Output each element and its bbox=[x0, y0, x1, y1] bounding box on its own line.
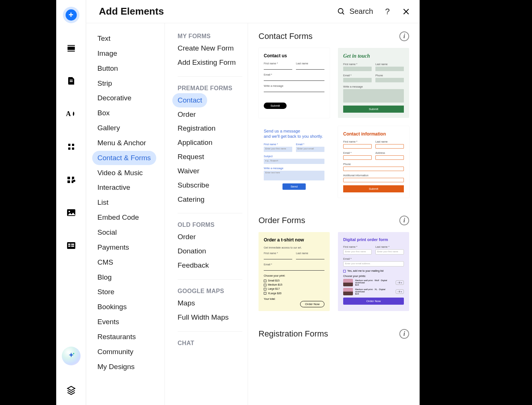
section-header-order: Order Forms i bbox=[259, 216, 409, 225]
section-title: Registration Forms bbox=[259, 329, 328, 339]
category-item[interactable]: Strip bbox=[92, 76, 117, 91]
subcategory-item[interactable]: Add Existing Form bbox=[172, 55, 241, 70]
category-item[interactable]: Community bbox=[92, 345, 139, 359]
svg-rect-18 bbox=[71, 244, 74, 245]
apps-icon[interactable] bbox=[63, 138, 79, 155]
section-title: Order Forms bbox=[259, 216, 305, 225]
svg-rect-6 bbox=[68, 144, 70, 146]
category-item[interactable]: Interactive bbox=[92, 180, 136, 195]
panel-body: TextImageButtonStripDecorativeBoxGallery… bbox=[86, 23, 420, 405]
category-item[interactable]: Bookings bbox=[92, 300, 132, 314]
page-icon[interactable] bbox=[63, 73, 79, 89]
category-item[interactable]: Social bbox=[92, 225, 122, 240]
svg-rect-11 bbox=[67, 180, 70, 183]
svg-point-22 bbox=[338, 8, 343, 13]
svg-text:A: A bbox=[66, 110, 71, 118]
category-item[interactable]: Contact & Forms bbox=[92, 151, 156, 165]
divider bbox=[178, 331, 242, 332]
category-item[interactable]: Box bbox=[92, 106, 115, 120]
subcategory-item[interactable]: Full Width Maps bbox=[172, 310, 234, 325]
category-item[interactable]: Menu & Anchor bbox=[92, 136, 151, 150]
category-list: TextImageButtonStripDecorativeBoxGallery… bbox=[86, 23, 165, 405]
svg-point-15 bbox=[69, 211, 70, 212]
category-item[interactable]: Decorative bbox=[92, 91, 137, 105]
category-item[interactable]: Blog bbox=[92, 270, 117, 284]
subcategory-item[interactable]: Waiver bbox=[172, 164, 205, 178]
form-preview-tshirt-order[interactable]: Order a t-shirt now Get immediate access… bbox=[259, 232, 330, 311]
media-icon[interactable] bbox=[63, 204, 79, 221]
divider bbox=[178, 279, 242, 280]
subcategory-item[interactable]: Application bbox=[172, 135, 218, 150]
panel-main: Add Elements Search ? TextImageButtonStr… bbox=[86, 0, 420, 405]
subcategory-item[interactable]: Contact bbox=[172, 93, 207, 107]
section-header-contact: Contact Forms i bbox=[259, 31, 409, 41]
category-item[interactable]: Events bbox=[92, 315, 124, 329]
ai-assistant-button[interactable] bbox=[62, 347, 81, 365]
subcategory-item[interactable]: Subscribe bbox=[172, 178, 215, 192]
subcategory-list: MY FORMSCreate New FormAdd Existing Form… bbox=[165, 23, 248, 405]
search-label: Search bbox=[350, 7, 373, 16]
plugins-icon[interactable] bbox=[63, 171, 79, 188]
info-icon[interactable]: i bbox=[399, 216, 409, 225]
category-item[interactable]: Store bbox=[92, 285, 120, 299]
order-forms-grid: Order a t-shirt now Get immediate access… bbox=[259, 232, 409, 311]
svg-rect-1 bbox=[67, 45, 75, 46]
section-title: Contact Forms bbox=[259, 31, 312, 41]
subcategory-item[interactable]: Donation bbox=[172, 244, 211, 258]
svg-rect-8 bbox=[68, 147, 70, 150]
section-header-registration: Registration Forms i bbox=[259, 329, 409, 339]
svg-line-23 bbox=[342, 12, 344, 14]
subcategory-item[interactable]: Request bbox=[172, 150, 209, 164]
svg-point-21 bbox=[73, 353, 74, 354]
category-item[interactable]: Text bbox=[92, 31, 116, 46]
info-icon[interactable]: i bbox=[399, 31, 409, 41]
subcategory-group-label: CHAT bbox=[172, 338, 242, 348]
info-icon[interactable]: i bbox=[399, 329, 409, 339]
form-preview-digital-print[interactable]: Digital print order form First name *Ent… bbox=[338, 232, 409, 311]
subcategory-item[interactable]: Order bbox=[172, 230, 201, 244]
content-manager-icon[interactable] bbox=[63, 237, 79, 254]
svg-rect-20 bbox=[71, 246, 74, 247]
category-item[interactable]: Button bbox=[92, 61, 123, 76]
search-button[interactable]: Search bbox=[337, 7, 373, 16]
contact-forms-grid: Contact us First name * Last name Email … bbox=[259, 48, 409, 198]
subcategory-item[interactable]: Maps bbox=[172, 296, 200, 310]
category-item[interactable]: My Designs bbox=[92, 360, 140, 374]
svg-rect-2 bbox=[67, 51, 75, 52]
svg-rect-10 bbox=[67, 177, 70, 179]
category-item[interactable]: Payments bbox=[92, 240, 134, 255]
subcategory-item[interactable]: Catering bbox=[172, 192, 210, 207]
form-preview-contact-us[interactable]: Contact us First name * Last name Email … bbox=[259, 48, 330, 118]
subcategory-group-label: OLD FORMS bbox=[172, 220, 242, 230]
svg-rect-19 bbox=[68, 246, 70, 247]
subcategory-item[interactable]: Registration bbox=[172, 121, 221, 135]
category-item[interactable]: Gallery bbox=[92, 121, 125, 135]
subcategory-item[interactable]: Order bbox=[172, 107, 201, 122]
add-elements-panel: + A bbox=[56, 0, 420, 405]
category-item[interactable]: Video & Music bbox=[92, 166, 148, 180]
left-icon-rail: + A bbox=[56, 0, 86, 405]
category-item[interactable]: List bbox=[92, 195, 114, 210]
panel-title: Add Elements bbox=[99, 6, 164, 17]
close-icon[interactable] bbox=[402, 7, 411, 16]
subcategory-group-label: GOOGLE MAPS bbox=[172, 286, 242, 296]
design-icon[interactable]: A bbox=[63, 106, 79, 122]
svg-rect-9 bbox=[72, 147, 74, 150]
layers-icon[interactable] bbox=[63, 382, 79, 398]
form-preview-send-message[interactable]: Send us a messageand we'll get back to y… bbox=[259, 126, 330, 198]
help-icon[interactable]: ? bbox=[383, 7, 392, 16]
category-item[interactable]: CMS bbox=[92, 255, 118, 270]
form-preview-contact-info[interactable]: Contact information First name * Last na… bbox=[338, 126, 409, 198]
form-preview-get-in-touch[interactable]: Get in touch First name * Last name Emai… bbox=[338, 48, 409, 118]
svg-rect-17 bbox=[68, 244, 70, 245]
svg-rect-0 bbox=[67, 47, 75, 50]
category-item[interactable]: Restaurants bbox=[92, 330, 141, 344]
search-icon bbox=[337, 7, 346, 16]
category-item[interactable]: Embed Code bbox=[92, 210, 144, 225]
svg-rect-3 bbox=[70, 80, 73, 80]
section-icon[interactable] bbox=[63, 40, 79, 56]
add-elements-rail-button[interactable]: + bbox=[63, 7, 79, 23]
category-item[interactable]: Image bbox=[92, 46, 123, 61]
subcategory-item[interactable]: Create New Form bbox=[172, 41, 239, 55]
subcategory-item[interactable]: Feedback bbox=[172, 258, 214, 272]
